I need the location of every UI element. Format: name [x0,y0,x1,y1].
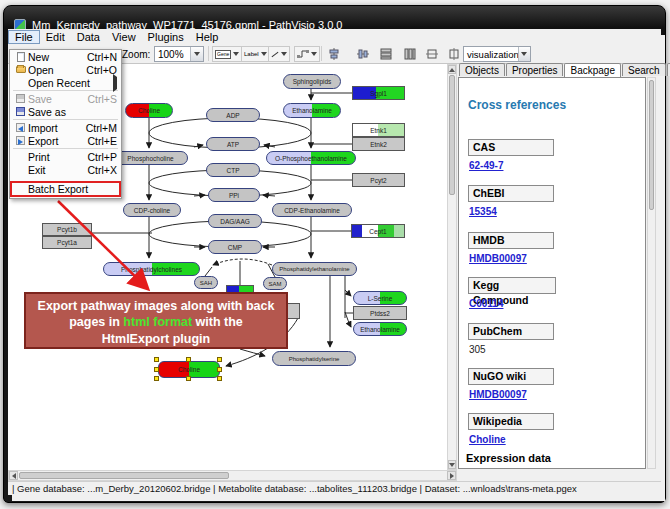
xref-link-nugo[interactable]: HMDB00097 [469,389,527,400]
node-atp[interactable]: ATP [206,137,260,151]
align-center-y-button[interactable] [355,46,371,62]
selection-handle[interactable] [217,357,222,362]
elbow-connector-icon [297,49,309,59]
selection-handle[interactable] [186,357,191,362]
xref-link-wikipedia[interactable]: Choline [469,434,506,445]
node-ctp[interactable]: CTP [206,163,260,177]
zoom-combobox[interactable]: 100% [154,46,204,62]
section-header-chebi: ChEBI [468,185,554,202]
horizontal-scroll-thumb[interactable] [19,472,229,479]
visualization-combobox[interactable]: visualization [463,46,531,62]
node-etnk1[interactable]: Etnk1 [352,123,405,137]
node-ethanolamine-top[interactable]: Ethanolamine [283,103,341,118]
node-phosphatidylcholines[interactable]: Phosphatidylcholines [103,262,200,276]
zoom-dropdown-button[interactable] [190,47,203,61]
selection-handle[interactable] [154,357,159,362]
visualization-dropdown-button[interactable] [518,47,530,61]
node-adp[interactable]: ADP [206,108,260,122]
new-gene-tool[interactable]: Gene [212,46,242,62]
common-height-button[interactable] [446,46,462,62]
align-center-x-button[interactable] [326,46,342,62]
menu-separator [13,90,118,91]
tab-legend[interactable]: Legend [667,63,670,76]
scroll-up-button[interactable] [448,65,456,74]
node-sphingolipids[interactable]: Sphingolipids [283,74,341,89]
scroll-right-button[interactable] [447,471,456,480]
canvas-vertical-scrollbar[interactable] [447,64,457,470]
selection-handle[interactable] [217,367,222,372]
scroll-left-button[interactable] [9,471,18,480]
xref-link-kegg[interactable]: C00114 [469,298,503,309]
scroll-down-button[interactable] [448,460,456,469]
selection-handle[interactable] [154,376,159,381]
menu-file[interactable]: File [8,30,40,44]
section-header-pubchem: PubChem [468,323,554,340]
tab-search[interactable]: Search [622,63,666,76]
new-line-tool[interactable] [268,46,290,62]
node-sah[interactable]: SAH [194,276,218,289]
node-sgpl1[interactable]: Sgpl1 [352,86,405,100]
node-phosphocholine[interactable]: Phosphocholine [113,151,188,165]
tab-backpage[interactable]: Backpage [564,63,620,77]
panel-vertical-scrollbar[interactable] [647,77,656,469]
section-header-wikipedia: Wikipedia [468,413,554,430]
node-ppi[interactable]: PPi [208,188,260,202]
node-cept1[interactable]: Cept1 [351,224,405,238]
canvas-horizontal-scrollbar[interactable] [8,470,457,481]
menu-item-exit[interactable]: Exit Ctrl+X [10,163,121,176]
xref-link-hmdb[interactable]: HMDB00097 [469,253,527,264]
node-phosphatidylethanolamine[interactable]: Phosphatidylethanolamine [272,262,357,276]
node-phosphatidylserine[interactable]: Phosphatidylserine [272,351,356,366]
menu-item-open-recent[interactable]: Open Recent [10,76,121,89]
new-connector-tool[interactable] [294,46,320,62]
menu-item-save-as[interactable]: Save as [10,105,121,118]
annotation-callout: Export pathway images along with back pa… [24,292,288,349]
selection-handle[interactable] [217,376,222,381]
new-label-tool[interactable]: Label [241,46,270,62]
menu-item-export[interactable]: Export Ctrl+E [10,134,121,147]
stack-vertical-icon [404,48,416,60]
common-width-button[interactable] [424,46,440,62]
backpage-panel: Cross references CAS 62-49-7 ChEBI 15354… [458,77,646,469]
menu-view[interactable]: View [106,30,142,44]
menu-item-new[interactable]: New Ctrl+N [10,50,121,63]
node-etnk2[interactable]: Etnk2 [352,137,405,151]
tab-objects[interactable]: Objects [459,63,505,76]
menu-edit[interactable]: Edit [40,30,71,44]
node-l-serine[interactable]: L-Serine [353,291,407,305]
selection-handle[interactable] [154,367,159,372]
node-cmp[interactable]: CMP [208,240,262,254]
node-sam[interactable]: SAM [263,277,287,290]
gene-box-icon: Gene [215,50,231,59]
node-cdp-choline[interactable]: CDP-choline [123,203,181,217]
panel-scroll-thumb[interactable] [649,80,654,210]
tab-properties[interactable]: Properties [506,63,564,76]
node-ethanolamine-bottom[interactable]: Ethanolamine [353,322,407,336]
stack-vertical-button[interactable] [402,46,418,62]
menu-item-save[interactable]: Save Ctrl+S [10,92,121,105]
xref-link-cas[interactable]: 62-49-7 [469,160,503,171]
node-choline-top[interactable]: Choline [125,103,173,118]
node-ptdss2[interactable]: Ptdss2 [353,306,407,320]
file-menu-popup: New Ctrl+N Open Ctrl+O Open Recent Save … [9,49,122,199]
selection-handle[interactable] [186,376,191,381]
node-pcyt1b[interactable]: Pcyt1b [42,223,92,236]
node-dag-aag[interactable]: DAG/AAG [208,214,262,228]
menu-plugins[interactable]: Plugins [142,30,190,44]
xref-link-chebi[interactable]: 15354 [469,206,497,217]
node-pcyt2[interactable]: Pcyt2 [352,173,405,187]
menu-data[interactable]: Data [71,30,106,44]
vertical-scroll-thumb[interactable] [449,75,455,195]
section-header-cas: CAS [468,139,554,156]
common-width-icon [426,48,438,60]
menu-help[interactable]: Help [190,30,225,44]
node-o-phosphoethanolamine[interactable]: O-Phosphoethanolamine [266,151,356,165]
stack-horizontal-button[interactable] [378,46,394,62]
chevron-down-icon [521,52,527,56]
section-header-kegg: Kegg Compound [468,277,556,294]
node-cdp-ethanolamine[interactable]: CDP-Ethanolamine [272,203,352,217]
node-pcyt1a[interactable]: Pcyt1a [42,236,92,249]
menu-item-open[interactable]: Open Ctrl+O [10,63,121,76]
menu-item-import[interactable]: Import Ctrl+M [10,121,121,134]
menu-item-print[interactable]: Print Ctrl+P [10,150,121,163]
